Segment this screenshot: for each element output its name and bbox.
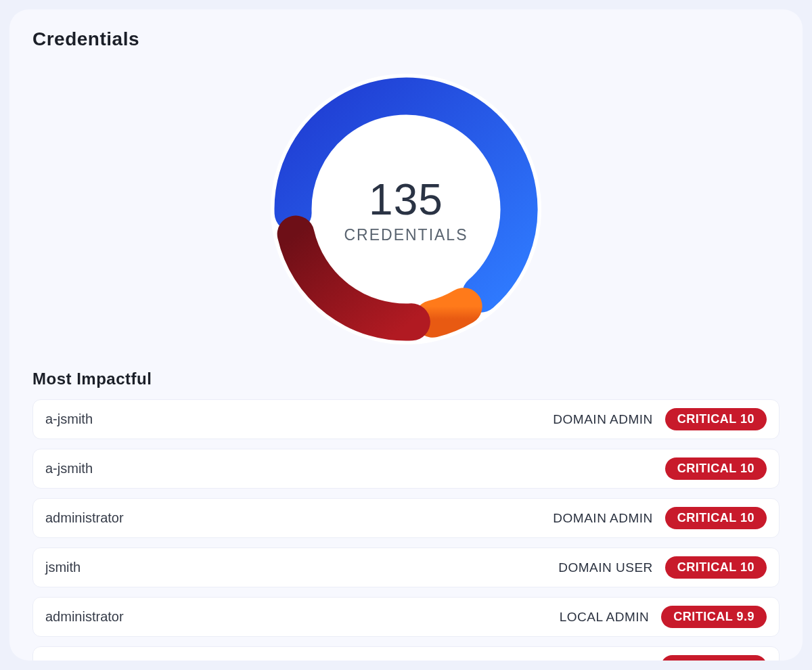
donut-total-label: CREDENTIALS	[344, 226, 468, 244]
severity-badge: CRITICAL 9.8	[661, 655, 767, 661]
credential-role: DOMAIN ADMIN	[553, 412, 652, 427]
donut-center: 135 CREDENTIALS	[271, 74, 541, 344]
credential-role: LOCAL ADMIN	[560, 610, 650, 625]
list-item[interactable]: a-jsmithDOMAIN ADMINCRITICAL 10	[32, 399, 780, 439]
list-item[interactable]: adminAPPLICATION USERCRITICAL 9.8	[32, 646, 780, 661]
list-title: Most Impactful	[32, 370, 780, 388]
credential-name: administrator	[45, 510, 553, 526]
credentials-card: Credentials	[9, 9, 803, 661]
severity-badge: CRITICAL 10	[665, 457, 767, 480]
list-item[interactable]: a-jsmithCRITICAL 10	[32, 449, 780, 489]
credential-name: jsmith	[45, 560, 558, 575]
list-item[interactable]: jsmithDOMAIN USERCRITICAL 10	[32, 548, 780, 587]
credential-role: DOMAIN ADMIN	[553, 511, 652, 526]
donut-chart: 135 CREDENTIALS	[271, 74, 541, 344]
credential-name: admin	[45, 658, 520, 661]
list-item[interactable]: administratorDOMAIN ADMINCRITICAL 10	[32, 498, 780, 538]
credential-name: administrator	[45, 609, 560, 625]
credentials-list: a-jsmithDOMAIN ADMINCRITICAL 10a-jsmithC…	[32, 399, 780, 661]
credential-role: DOMAIN USER	[558, 560, 653, 575]
credential-name: a-jsmith	[45, 411, 553, 427]
list-item[interactable]: administratorLOCAL ADMINCRITICAL 9.9	[32, 597, 780, 637]
donut-chart-container: 135 CREDENTIALS	[32, 57, 780, 361]
severity-badge: CRITICAL 10	[665, 408, 767, 430]
credential-name: a-jsmith	[45, 461, 665, 476]
severity-badge: CRITICAL 10	[665, 507, 767, 529]
credential-role: APPLICATION USER	[520, 659, 649, 661]
severity-badge: CRITICAL 10	[665, 556, 767, 579]
donut-total-value: 135	[369, 175, 443, 225]
card-title: Credentials	[32, 28, 780, 50]
severity-badge: CRITICAL 9.9	[661, 606, 767, 628]
